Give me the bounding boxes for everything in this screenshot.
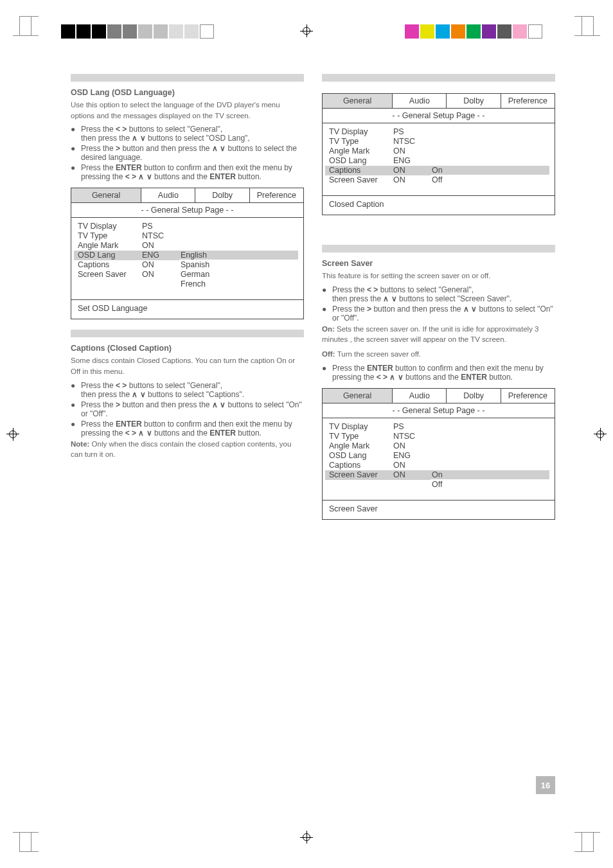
color-swatch — [76, 24, 91, 39]
list-item: ● Press the > button and then press the … — [71, 400, 304, 418]
section-divider — [322, 74, 555, 82]
text: button and then press the — [122, 144, 211, 153]
menu-option[interactable]: French — [179, 279, 298, 288]
arrow-up-down-icon: ∧ ∨ — [212, 400, 226, 409]
panel-footer: Closed Caption — [323, 195, 555, 215]
menu-item-value: ENG — [138, 251, 179, 260]
text: buttons and the — [405, 373, 461, 382]
setup-tab[interactable]: Dolby — [447, 94, 501, 108]
arrow-all-icon: < > ∧ ∨ — [125, 172, 152, 181]
text: ENTER — [209, 172, 236, 181]
menu-item-key[interactable]: Angle Mark — [329, 146, 393, 156]
menu-option[interactable]: German — [179, 270, 298, 279]
registration-mark-right — [594, 428, 607, 441]
text: Press the — [332, 285, 367, 294]
menu-item-key[interactable]: Screen Saver — [329, 175, 393, 185]
setup-tab[interactable]: Dolby — [447, 389, 501, 403]
print-color-bar-right — [405, 24, 542, 39]
paragraph: This feature is for setting the screen s… — [322, 270, 555, 281]
menu-item-key[interactable]: TV Type — [329, 137, 393, 146]
menu-item-value: ON — [142, 241, 179, 251]
menu-option[interactable]: On — [431, 166, 549, 175]
menu-option[interactable]: English — [179, 251, 298, 260]
panel-heading: - - General Setup Page - - — [323, 403, 555, 418]
option-description: On: Sets the screen saver on. If the uni… — [322, 324, 555, 345]
text: buttons to select "General", — [380, 285, 474, 294]
menu-item-key[interactable]: OSD Lang — [74, 251, 142, 260]
setup-panel-osd-lang: GeneralAudioDolbyPreference- - General S… — [71, 182, 304, 330]
menu-item-key[interactable]: Captions — [329, 461, 393, 470]
menu-item-key[interactable]: Captions — [78, 260, 142, 270]
text: Press the — [81, 163, 116, 172]
color-swatch — [169, 24, 183, 39]
crop-mark — [31, 833, 50, 852]
menu-item-value: PS — [142, 222, 179, 231]
menu-option[interactable]: Spanish — [179, 260, 298, 269]
text: Press the — [81, 144, 116, 153]
menu-item-value: ON — [389, 166, 431, 175]
text: then press the — [81, 390, 132, 399]
arrow-all-icon: < > ∧ ∨ — [125, 429, 152, 438]
menu-item-key[interactable]: Screen Saver — [78, 270, 142, 279]
setup-tab[interactable]: General — [323, 389, 393, 403]
text: Press the — [332, 364, 367, 373]
menu-item-key[interactable]: Captions — [325, 166, 393, 175]
menu-item-value: ENG — [393, 451, 431, 461]
menu-item-key[interactable]: TV Display — [78, 222, 142, 231]
menu-item-key[interactable]: OSD Lang — [329, 156, 393, 166]
color-swatch — [528, 24, 542, 39]
arrow-right-icon: > — [116, 400, 120, 409]
text: button and then press the — [373, 305, 463, 314]
text: ENTER — [116, 163, 142, 172]
text: ENTER — [461, 373, 487, 382]
menu-item-key[interactable]: TV Display — [329, 127, 393, 137]
setup-tab[interactable]: Preference — [501, 94, 555, 108]
text: ENTER — [367, 364, 393, 373]
panel-footer: Screen Saver — [323, 500, 555, 519]
page-content: OSD Lang (OSD Language) Use this option … — [71, 74, 555, 794]
list-item: ● Press the ENTER button to confirm and … — [71, 163, 304, 181]
text: buttons to select "General", — [129, 125, 222, 134]
color-swatch — [513, 24, 527, 39]
setup-tab[interactable]: Audio — [393, 389, 447, 403]
color-swatch — [405, 24, 419, 39]
crop-mark — [563, 833, 582, 852]
menu-item-key[interactable]: Angle Mark — [78, 241, 142, 251]
setup-tab[interactable]: Audio — [393, 94, 447, 108]
column-right: GeneralAudioDolbyPreference- - General S… — [322, 74, 555, 794]
text: buttons to select "General", — [129, 381, 222, 390]
setup-tab[interactable]: Preference — [501, 389, 555, 403]
menu-item-key[interactable]: OSD Lang — [329, 451, 393, 461]
setup-tab[interactable]: Preference — [250, 188, 303, 202]
text: buttons to select "Screen Saver". — [399, 294, 511, 303]
menu-item-value: NTSC — [393, 137, 431, 146]
arrow-up-down-icon: ∧ ∨ — [132, 134, 145, 143]
color-swatch — [138, 24, 152, 39]
menu-option[interactable]: Off — [431, 480, 549, 489]
setup-tab[interactable]: Dolby — [195, 188, 249, 202]
panel-footer: Set OSD Language — [71, 299, 303, 319]
note: Note: Only when the discs contain the cl… — [71, 439, 304, 460]
menu-item-value: NTSC — [393, 432, 431, 441]
menu-item-key[interactable]: TV Type — [78, 231, 142, 241]
menu-item-key[interactable]: Angle Mark — [329, 441, 393, 451]
color-swatch — [436, 24, 450, 39]
list-item: ● Press the < > buttons to select "Gener… — [71, 381, 304, 399]
setup-tab[interactable]: General — [71, 188, 141, 202]
text: buttons and the — [154, 172, 209, 181]
menu-option[interactable]: Off — [431, 175, 549, 184]
color-swatch — [61, 24, 75, 39]
menu-item-key[interactable]: Screen Saver — [325, 470, 393, 480]
menu-item-value: PS — [393, 422, 431, 432]
list-item: ● Press the > button and then press the … — [322, 305, 555, 323]
text: button. — [238, 429, 262, 438]
text: then press the — [332, 294, 383, 303]
setup-tab[interactable]: Audio — [141, 188, 195, 202]
menu-item-key[interactable]: TV Type — [329, 432, 393, 441]
menu-item-key[interactable]: TV Display — [329, 422, 393, 432]
setup-tab[interactable]: General — [323, 94, 393, 108]
section-title-screensaver: Screen Saver — [322, 259, 555, 270]
registration-mark-bottom — [300, 831, 313, 844]
menu-option[interactable]: On — [431, 470, 549, 479]
menu-item-value: ON — [393, 441, 431, 451]
